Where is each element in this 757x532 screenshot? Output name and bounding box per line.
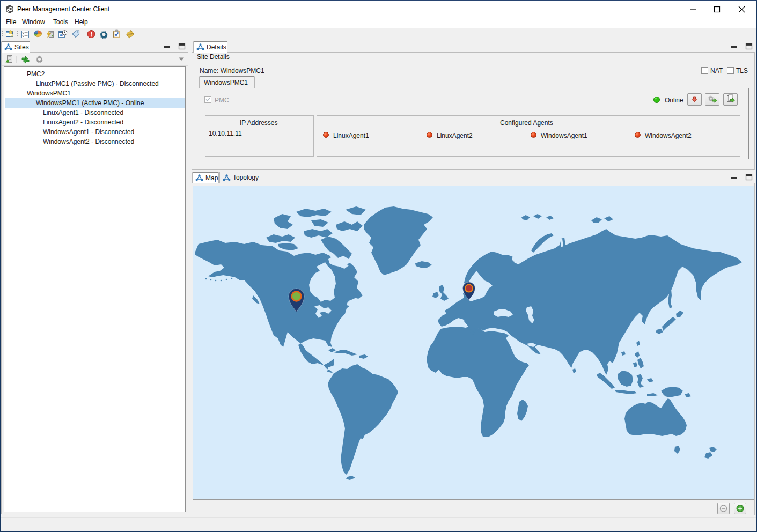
svg-text:12: 12	[60, 34, 63, 37]
